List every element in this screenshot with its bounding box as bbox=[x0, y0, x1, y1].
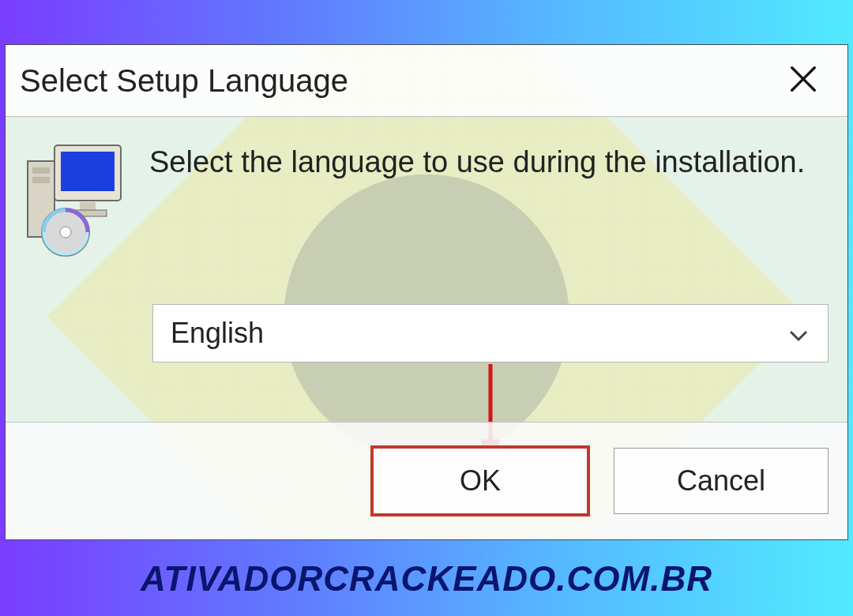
dialog-footer: OK Cancel bbox=[6, 422, 847, 539]
svg-rect-6 bbox=[61, 152, 115, 191]
setup-language-dialog: Select Setup Language bbox=[5, 44, 848, 540]
language-select[interactable]: English bbox=[152, 304, 829, 362]
dialog-titlebar: Select Setup Language bbox=[6, 45, 847, 117]
svg-rect-7 bbox=[80, 202, 96, 210]
ok-button-label: OK bbox=[460, 464, 501, 498]
watermark-caption: ATIVADORCRACKEADO.COM.BR bbox=[0, 559, 853, 599]
dialog-title: Select Setup Language bbox=[20, 63, 348, 99]
svg-rect-4 bbox=[32, 177, 50, 183]
dialog-body: Select the language to use during the in… bbox=[6, 117, 847, 261]
close-button[interactable] bbox=[780, 57, 827, 104]
installer-icon bbox=[24, 139, 127, 261]
instruction-text: Select the language to use during the in… bbox=[149, 139, 805, 261]
ok-button[interactable]: OK bbox=[370, 445, 590, 516]
chevron-down-icon bbox=[787, 321, 810, 345]
svg-point-11 bbox=[60, 227, 71, 238]
svg-rect-3 bbox=[32, 167, 50, 174]
language-select-row: English bbox=[152, 304, 829, 362]
cancel-button-label: Cancel bbox=[677, 464, 765, 498]
cancel-button[interactable]: Cancel bbox=[614, 448, 829, 514]
close-icon bbox=[788, 64, 818, 97]
page-background: Select Setup Language bbox=[0, 0, 853, 616]
language-select-value: English bbox=[171, 317, 264, 350]
